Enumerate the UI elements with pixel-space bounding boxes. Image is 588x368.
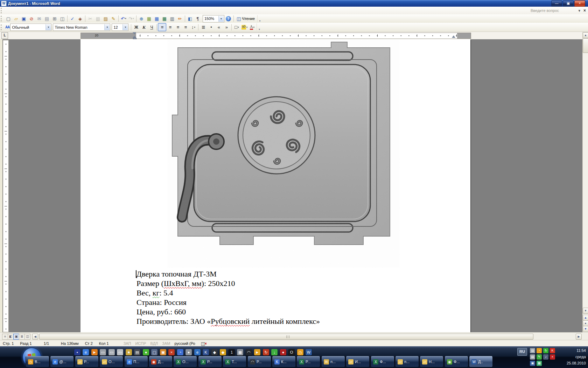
- font-color-button[interactable]: А▾: [248, 23, 256, 31]
- document-line[interactable]: Страна: Россия: [136, 298, 320, 307]
- menu-file[interactable]: [5, 9, 9, 12]
- menu-edit[interactable]: [9, 9, 14, 12]
- columns-button[interactable]: ▥: [168, 15, 176, 22]
- scroll-right-icon[interactable]: ▶: [576, 334, 582, 340]
- zoom-dropdown-icon[interactable]: ▼: [218, 16, 224, 22]
- tray-documents-2-icon[interactable]: ▤: [530, 354, 535, 360]
- menu-acrobat-comments[interactable]: [54, 9, 58, 12]
- document-line[interactable]: Размер (ШхВхГ, мм): 250x210: [136, 279, 320, 288]
- ql-calculator-icon[interactable]: ▦: [237, 349, 243, 355]
- dropdown-arrow-icon[interactable]: ▾: [238, 26, 239, 29]
- line-spacing-button[interactable]: ↕▾: [189, 23, 197, 31]
- stove-door-image[interactable]: [167, 40, 400, 268]
- status-flag[interactable]: ЗАМ: [162, 341, 170, 346]
- tray-antivirus-icon[interactable]: K: [550, 348, 555, 353]
- italic-button[interactable]: К: [140, 23, 148, 31]
- dropdown-arrow-icon[interactable]: ▾: [246, 26, 248, 29]
- ql-calendar-icon[interactable]: 1: [229, 349, 235, 355]
- ql-scanner-icon[interactable]: ▤: [134, 349, 140, 355]
- ql-kt-icon[interactable]: K: [203, 349, 209, 355]
- tray-update-icon[interactable]: ↻: [543, 348, 548, 353]
- align-left-button[interactable]: ≡: [158, 23, 166, 31]
- copy-button[interactable]: ▥: [94, 15, 102, 22]
- tray-scheduler-icon[interactable]: ◔: [537, 348, 542, 353]
- reading-view-button[interactable]: ◫: [24, 334, 30, 340]
- toolbar-options-chevron[interactable]: ▾: [257, 15, 262, 22]
- help-button[interactable]: ?: [226, 16, 231, 21]
- task-btn-15[interactable]: X Ф...: [371, 356, 394, 367]
- first-line-indent-marker[interactable]: [133, 32, 136, 35]
- attachment-button[interactable]: ▤: [43, 15, 51, 22]
- horizontal-scroll-thumb[interactable]: [39, 334, 533, 340]
- task-btn-11[interactable]: K К...: [272, 356, 296, 367]
- hanging-indent-marker[interactable]: [133, 35, 136, 38]
- style-combo[interactable]: Обычный▼: [10, 23, 51, 31]
- restore-button[interactable]: ▣: [563, 0, 574, 7]
- document-text[interactable]: Дверка топочная ДТ-3МРазмер (ШхВхГ, мм):…: [136, 269, 320, 326]
- scroll-left-icon[interactable]: ◀: [32, 334, 38, 340]
- tab-selector-button[interactable]: L: [1, 32, 8, 39]
- ql-opera-icon[interactable]: O: [288, 349, 295, 355]
- next-page-icon[interactable]: ▼: [583, 326, 588, 332]
- ql-people-icon[interactable]: ◆: [211, 349, 218, 355]
- print-preview-button[interactable]: ◫: [58, 15, 66, 22]
- numbered-list-button[interactable]: ≣: [200, 23, 207, 31]
- task-btn-18[interactable]: ◉ Ф...: [444, 356, 468, 367]
- tray-documents-1-icon[interactable]: ▤: [530, 348, 535, 353]
- highlight-button[interactable]: ab▾: [240, 23, 248, 31]
- ql-drive-2-icon[interactable]: ▭: [108, 349, 115, 355]
- vertical-ruler[interactable]: [3, 40, 9, 332]
- select-browse-object-icon[interactable]: ●: [583, 320, 588, 326]
- dropdown-arrow-icon[interactable]: ▾: [194, 26, 195, 29]
- bullet-list-button[interactable]: •: [207, 23, 215, 31]
- minimize-button[interactable]: —: [551, 0, 562, 7]
- ql-download-icon[interactable]: ↓: [271, 349, 278, 355]
- menu-insert[interactable]: [19, 9, 24, 12]
- ql-sphere-icon[interactable]: ●: [186, 349, 192, 355]
- ql-clock-icon[interactable]: ◔: [177, 349, 183, 355]
- insert-hyperlink-button[interactable]: ⊕: [138, 15, 145, 22]
- menu-window[interactable]: [39, 9, 44, 12]
- task-btn-14[interactable]: ▱ И...: [346, 356, 370, 367]
- task-btn-9[interactable]: X Т...: [223, 356, 246, 367]
- tables-borders-button[interactable]: ▦: [145, 15, 153, 22]
- menu-tools[interactable]: [29, 9, 34, 12]
- status-flag[interactable]: ЗАП: [124, 341, 131, 346]
- task-btn-2[interactable]: e @...: [50, 356, 74, 367]
- align-right-button[interactable]: ≡: [174, 23, 182, 31]
- styles-and-formatting-icon[interactable]: АА: [5, 25, 9, 29]
- ql-green-globe-icon[interactable]: ●: [143, 349, 149, 355]
- tray-network-icon[interactable]: ▣: [530, 361, 535, 366]
- insert-table-button[interactable]: ▦: [153, 15, 161, 22]
- ql-ie-document-icon[interactable]: e: [194, 349, 201, 355]
- document-line[interactable]: Цена, руб.: 660: [136, 307, 320, 316]
- close-button[interactable]: ×: [574, 0, 585, 7]
- web-layout-button[interactable]: ◧: [8, 334, 14, 340]
- tray-editor-icon[interactable]: ✎: [537, 354, 542, 360]
- document-line[interactable]: Дверка топочная ДТ-3М: [136, 269, 320, 279]
- show-paragraphs-button[interactable]: ¶: [194, 15, 202, 22]
- menu-adobe-pdf[interactable]: [49, 9, 54, 12]
- scroll-up-icon[interactable]: ▲: [583, 32, 588, 38]
- document-page[interactable]: Дверка топочная ДТ-3МРазмер (ШхВхГ, мм):…: [80, 39, 470, 332]
- save-button[interactable]: ▣: [20, 15, 28, 22]
- font-size-combo[interactable]: 12▼: [112, 23, 128, 31]
- menu-help[interactable]: [44, 9, 49, 12]
- ql-media-player-icon[interactable]: ►: [91, 349, 98, 355]
- task-btn-19[interactable]: W Д..: [469, 356, 493, 367]
- size-dropdown-icon[interactable]: ▼: [122, 24, 128, 30]
- ql-window-icon[interactable]: ▢: [151, 349, 158, 355]
- spelling-button[interactable]: ✓: [69, 15, 76, 22]
- outline-view-button[interactable]: ≣: [19, 334, 25, 340]
- ql-phone-icon[interactable]: ●: [280, 349, 286, 355]
- zoom-combo[interactable]: 150%▼: [203, 15, 224, 22]
- dropdown-arrow-icon[interactable]: ▾: [125, 17, 126, 20]
- taskbar-clock[interactable]: 11:54 среда 25.08.2010: [557, 347, 586, 366]
- insert-excel-button[interactable]: ▦: [161, 15, 168, 22]
- vertical-scrollbar[interactable]: ▲ ▼ ▲ ● ▼: [582, 32, 588, 333]
- right-indent-marker[interactable]: [452, 35, 455, 38]
- ql-internet-explorer-icon[interactable]: e: [83, 349, 89, 355]
- open-button[interactable]: ▱: [12, 15, 20, 22]
- ql-user-yellow-icon[interactable]: ◆: [220, 349, 226, 355]
- reading-mode-button[interactable]: ◫ Чтение: [235, 15, 257, 22]
